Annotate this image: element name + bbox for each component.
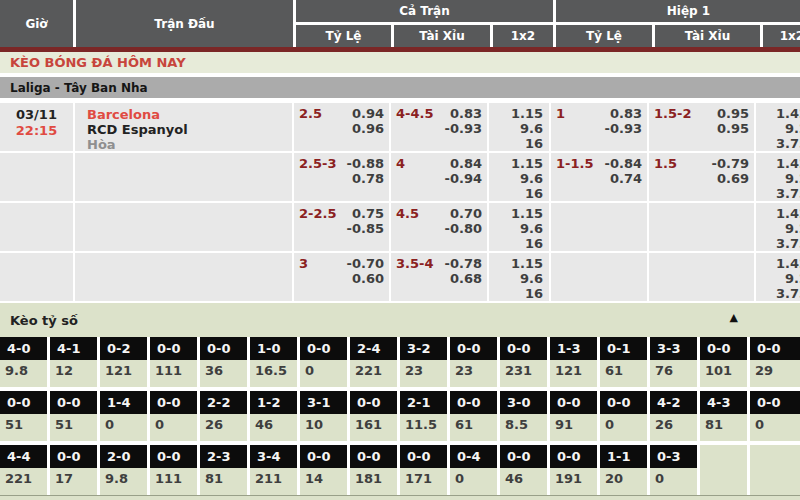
odds-value[interactable]: 0.94 bbox=[352, 106, 384, 121]
score-odds-value[interactable]: 0 bbox=[650, 468, 697, 495]
score-label[interactable]: 0-0 bbox=[150, 445, 197, 468]
odds-value[interactable]: 0.68 bbox=[445, 271, 482, 286]
score-cell[interactable]: 4-09.8 bbox=[0, 337, 50, 387]
score-cell[interactable]: 3-223 bbox=[400, 337, 450, 387]
score-label[interactable]: 0-0 bbox=[600, 391, 647, 414]
score-odds-value[interactable]: 23 bbox=[400, 360, 447, 387]
score-label[interactable]: 0-0 bbox=[500, 445, 547, 468]
score-label[interactable]: 2-2 bbox=[200, 391, 247, 414]
score-label[interactable]: 3-3 bbox=[650, 337, 697, 360]
score-cell[interactable]: 4-381 bbox=[700, 391, 750, 441]
score-odds-value[interactable]: 0 bbox=[150, 414, 197, 441]
odds-value[interactable]: 1.42 bbox=[756, 206, 800, 221]
score-cell[interactable]: 0-0101 bbox=[700, 337, 750, 387]
score-odds-value[interactable]: 161 bbox=[350, 414, 397, 441]
ft-1x2-cell[interactable]: 1.159.616 bbox=[489, 153, 549, 201]
score-odds-value[interactable]: 0 bbox=[450, 468, 497, 495]
score-cell[interactable]: 2-09.8 bbox=[100, 445, 150, 495]
score-label[interactable]: 4-3 bbox=[700, 391, 747, 414]
score-odds-value[interactable]: 191 bbox=[550, 468, 597, 495]
score-label[interactable]: 2-4 bbox=[350, 337, 397, 360]
odds-value[interactable]: -0.94 bbox=[445, 171, 482, 186]
odds-value[interactable]: 9.2 bbox=[756, 221, 800, 236]
score-odds-value[interactable]: 221 bbox=[0, 468, 47, 495]
score-label[interactable]: 1-4 bbox=[100, 391, 147, 414]
ft-over-under-cell[interactable]: 3.5-4-0.780.68 bbox=[391, 253, 487, 301]
score-cell[interactable]: 1-246 bbox=[250, 391, 300, 441]
score-label[interactable]: 0-0 bbox=[750, 337, 800, 360]
odds-value[interactable]: 3.75 bbox=[756, 136, 800, 151]
odds-value[interactable]: 9.2 bbox=[756, 171, 800, 186]
odds-value[interactable]: 1.15 bbox=[489, 256, 543, 271]
score-odds-value[interactable]: 36 bbox=[200, 360, 247, 387]
score-label[interactable]: 2-0 bbox=[100, 445, 147, 468]
odds-value[interactable]: -0.93 bbox=[605, 121, 642, 136]
score-label[interactable]: 0-0 bbox=[450, 337, 497, 360]
score-odds-value[interactable]: 23 bbox=[450, 360, 497, 387]
score-label[interactable]: 0-0 bbox=[500, 337, 547, 360]
h1-over-under-cell[interactable]: 1.5-0.790.69 bbox=[649, 153, 754, 201]
score-label[interactable]: 0-0 bbox=[0, 391, 47, 414]
score-odds-value[interactable]: 17 bbox=[50, 468, 97, 495]
odds-value[interactable]: 0.75 bbox=[347, 206, 384, 221]
odds-value[interactable]: 1.15 bbox=[489, 206, 543, 221]
odds-value[interactable]: 0.70 bbox=[445, 206, 482, 221]
ft-1x2-cell[interactable]: 1.159.616 bbox=[489, 203, 549, 251]
score-label[interactable]: 0-0 bbox=[200, 337, 247, 360]
score-odds-value[interactable]: 81 bbox=[700, 414, 747, 441]
score-label[interactable]: 3-2 bbox=[400, 337, 447, 360]
score-odds-value[interactable]: 221 bbox=[350, 360, 397, 387]
score-cell[interactable]: 0-091 bbox=[550, 391, 600, 441]
odds-value[interactable]: 1.42 bbox=[756, 256, 800, 271]
score-odds-value[interactable]: 11.5 bbox=[400, 414, 447, 441]
odds-value[interactable]: 0.84 bbox=[445, 156, 482, 171]
match-cell[interactable] bbox=[75, 253, 292, 301]
score-cell[interactable]: 3-4211 bbox=[250, 445, 300, 495]
score-label[interactable]: 0-0 bbox=[550, 391, 597, 414]
odds-value[interactable]: 0.69 bbox=[712, 171, 749, 186]
odds-value[interactable]: 9.6 bbox=[489, 271, 543, 286]
score-label[interactable]: 0-0 bbox=[350, 391, 397, 414]
score-label[interactable]: 0-0 bbox=[350, 445, 397, 468]
score-cell[interactable]: 3-08.5 bbox=[500, 391, 550, 441]
odds-value[interactable]: -0.85 bbox=[347, 221, 384, 236]
match-cell[interactable] bbox=[75, 153, 292, 201]
odds-value[interactable]: 1.15 bbox=[489, 156, 543, 171]
score-label[interactable]: 0-0 bbox=[750, 391, 800, 414]
odds-value[interactable]: 16 bbox=[489, 186, 543, 201]
score-label[interactable]: 0-0 bbox=[400, 445, 447, 468]
score-label[interactable]: 4-4 bbox=[0, 445, 47, 468]
odds-value[interactable]: -0.84 bbox=[605, 156, 642, 171]
score-odds-value[interactable]: 61 bbox=[600, 360, 647, 387]
score-odds-value[interactable]: 111 bbox=[150, 468, 197, 495]
away-team-name[interactable]: RCD Espanyol bbox=[87, 122, 292, 137]
score-cell[interactable]: 0-2121 bbox=[100, 337, 150, 387]
score-cell[interactable]: 0-00 bbox=[600, 391, 650, 441]
score-label[interactable]: 1-1 bbox=[600, 445, 647, 468]
score-label[interactable]: 0-1 bbox=[600, 337, 647, 360]
odds-value[interactable]: 1.42 bbox=[756, 106, 800, 121]
h1-handicap-cell[interactable]: 1-1.5-0.840.74 bbox=[551, 153, 647, 201]
ft-1x2-cell[interactable]: 1.159.616 bbox=[489, 103, 549, 151]
score-cell[interactable]: 2-381 bbox=[200, 445, 250, 495]
score-cell[interactable]: 4-112 bbox=[50, 337, 100, 387]
score-odds-value[interactable]: 211 bbox=[250, 468, 297, 495]
score-cell[interactable]: 3-110 bbox=[300, 391, 350, 441]
score-odds-value[interactable]: 46 bbox=[250, 414, 297, 441]
score-cell[interactable]: 1-40 bbox=[100, 391, 150, 441]
odds-value[interactable]: 0.95 bbox=[717, 106, 749, 121]
score-odds-value[interactable]: 171 bbox=[400, 468, 447, 495]
score-cell[interactable]: 0-017 bbox=[50, 445, 100, 495]
ft-handicap-cell[interactable]: 2.50.940.96 bbox=[294, 103, 389, 151]
match-cell[interactable] bbox=[75, 203, 292, 251]
score-cell[interactable]: 0-0191 bbox=[550, 445, 600, 495]
odds-value[interactable]: 1.42 bbox=[756, 156, 800, 171]
score-label[interactable]: 4-2 bbox=[650, 391, 697, 414]
score-odds-value[interactable]: 10 bbox=[300, 414, 347, 441]
score-odds-value[interactable]: 9.8 bbox=[0, 360, 47, 387]
score-odds-value[interactable]: 0 bbox=[100, 414, 147, 441]
score-cell[interactable]: 3-376 bbox=[650, 337, 700, 387]
score-odds-value[interactable]: 46 bbox=[500, 468, 547, 495]
ft-handicap-cell[interactable]: 2.5-3-0.880.78 bbox=[294, 153, 389, 201]
score-cell[interactable]: 0-036 bbox=[200, 337, 250, 387]
